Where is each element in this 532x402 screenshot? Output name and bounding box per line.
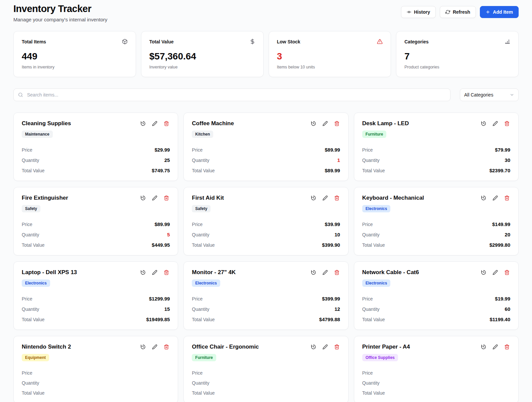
item-history-button[interactable] [310,344,317,350]
history-clock-icon [140,270,146,275]
item-delete-button[interactable] [504,120,510,127]
topbar: Inventory Tracker Manage your company's … [13,3,519,22]
refresh-button-label: Refresh [453,9,470,15]
quantity-value: 20 [505,232,510,237]
category-filter-dropdown[interactable]: All Categories [460,88,519,101]
item-delete-button[interactable] [334,269,340,276]
filters-row: All Categories [13,88,519,101]
item-history-button[interactable] [480,269,487,276]
price-value: $29.99 [154,147,170,153]
total-value-label: Total Value [192,168,215,173]
history-clock-icon [481,195,486,201]
quantity-label: Quantity [362,232,380,237]
item-edit-button[interactable] [492,344,499,350]
quantity-value: 15 [164,306,170,312]
item-delete-button[interactable] [163,195,170,201]
price-label: Price [362,296,373,302]
bar-chart-icon [505,39,510,44]
item-delete-button[interactable] [163,344,170,350]
item-history-button[interactable] [480,195,487,201]
item-actions [140,344,170,350]
chevron-down-icon [510,92,514,97]
price-value: $89.99 [325,147,340,153]
item-actions [480,269,510,276]
item-edit-button[interactable] [322,269,328,276]
price-value: $1299.99 [149,296,170,302]
item-delete-button[interactable] [334,195,340,201]
item-delete-button[interactable] [334,120,340,127]
item-edit-button[interactable] [492,269,499,276]
pencil-icon [322,121,328,126]
item-details: Price $149.99 Quantity 20 Total Value $2… [362,221,510,248]
search-input[interactable] [13,88,450,101]
item-title: Keyboard - Mechanical [362,195,424,201]
price-value: $19.99 [495,296,510,302]
item-title: Fire Extinguisher [22,195,68,201]
item-delete-button[interactable] [163,269,170,276]
item-edit-button[interactable] [322,120,328,127]
item-actions [140,195,170,201]
item-history-button[interactable] [310,195,317,201]
page-subtitle: Manage your company's internal inventory [13,17,107,22]
price-label: Price [192,222,203,227]
price-value: $399.99 [322,296,340,302]
item-actions [480,344,510,350]
history-clock-icon [311,195,316,201]
category-badge: Furniture [192,354,216,361]
stat-value: 7 [404,51,510,62]
item-delete-button[interactable] [163,120,170,127]
item-actions [310,269,340,276]
stat-caption: Items below 10 units [277,65,383,69]
item-title: Laptop - Dell XPS 13 [22,269,77,276]
item-edit-button[interactable] [151,195,158,201]
item-edit-button[interactable] [322,344,328,350]
item-edit-button[interactable] [322,195,328,201]
item-history-button[interactable] [140,120,146,127]
quantity-label: Quantity [192,380,209,386]
history-button-label: History [414,9,430,15]
quantity-label: Quantity [192,307,209,312]
add-item-button[interactable]: Add Item [480,6,519,18]
item-edit-button[interactable] [492,195,499,201]
item-history-button[interactable] [140,269,146,276]
refresh-button[interactable]: Refresh [440,6,476,18]
stat-card-categories: Categories 7 Product categories [396,31,519,77]
history-button[interactable]: History [401,6,436,18]
price-label: Price [22,222,32,227]
history-clock-icon [311,270,316,275]
total-value-label: Total Value [362,317,385,322]
item-edit-button[interactable] [492,120,499,127]
item-delete-button[interactable] [334,344,340,350]
category-badge: Furniture [362,131,387,138]
item-edit-button[interactable] [151,120,158,127]
item-actions [480,195,510,201]
stats-grid: Total Items 449 Items in inventory Total… [13,31,519,77]
item-history-button[interactable] [480,344,487,350]
item-delete-button[interactable] [504,344,510,350]
category-badge: Safety [192,205,211,212]
history-clock-icon [140,344,146,350]
item-history-button[interactable] [140,195,146,201]
item-details: Price $89.99 Quantity 5 Total Value $449… [22,221,170,248]
item-history-button[interactable] [140,344,146,350]
item-details: Price $19.99 Quantity 60 Total Value $11… [362,296,510,322]
trash-icon [334,270,340,275]
stat-value: 3 [277,51,383,62]
item-details: Price $89.99 Quantity 1 Total Value $89.… [192,147,340,173]
item-history-button[interactable] [480,120,487,127]
total-value-label: Total Value [22,168,44,173]
price-label: Price [22,296,32,302]
item-delete-button[interactable] [504,195,510,201]
item-edit-button[interactable] [151,344,158,350]
item-history-button[interactable] [310,269,317,276]
item-edit-button[interactable] [151,269,158,276]
item-details: Price Quantity Total Value [22,370,170,396]
item-card: Fire Extinguisher Safety [13,187,178,255]
total-value: $2399.70 [489,168,510,173]
package-icon [122,39,128,44]
total-value-label: Total Value [22,242,44,248]
item-delete-button[interactable] [504,269,510,276]
item-history-button[interactable] [310,120,317,127]
quantity-label: Quantity [192,232,209,237]
category-badge: Electronics [362,205,391,212]
